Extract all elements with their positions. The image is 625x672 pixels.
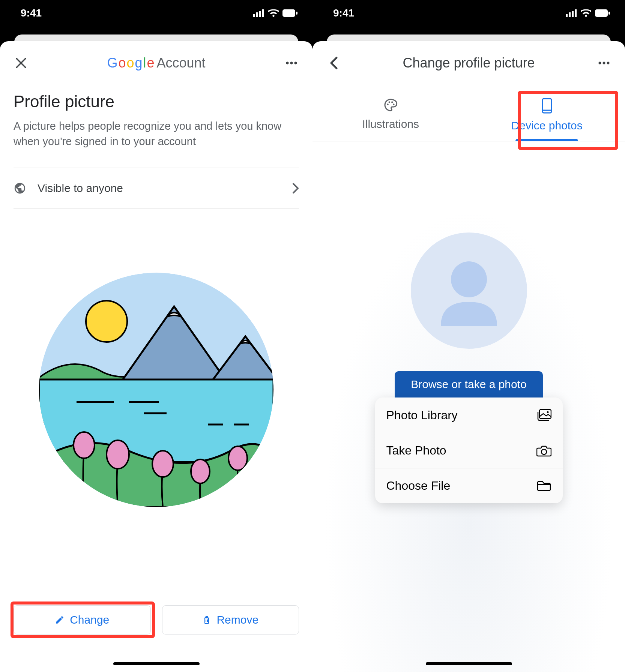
chevron-left-icon bbox=[329, 57, 338, 69]
svg-point-22 bbox=[228, 446, 247, 470]
account-label: Account bbox=[157, 55, 206, 71]
main-sheet: Change profile picture Illustrations Dev… bbox=[312, 41, 625, 672]
menu-take-photo-label: Take Photo bbox=[386, 444, 446, 458]
svg-rect-2 bbox=[259, 11, 261, 17]
tab-illustrations-label: Illustrations bbox=[362, 118, 419, 130]
google-logo: Google bbox=[107, 55, 154, 71]
svg-point-34 bbox=[391, 101, 393, 103]
section-title: Profile picture bbox=[14, 92, 299, 111]
page-title: Google Account bbox=[0, 55, 312, 71]
main-sheet: Google Account Profile picture A picture… bbox=[0, 41, 312, 672]
svg-rect-0 bbox=[253, 14, 255, 17]
change-label: Change bbox=[70, 614, 109, 626]
svg-point-18 bbox=[74, 432, 95, 458]
close-button[interactable] bbox=[14, 56, 29, 70]
more-button[interactable] bbox=[596, 56, 611, 70]
trash-icon bbox=[202, 615, 211, 625]
more-button[interactable] bbox=[284, 56, 299, 70]
svg-point-19 bbox=[107, 440, 129, 469]
svg-point-8 bbox=[294, 62, 297, 64]
menu-photo-library-label: Photo Library bbox=[386, 408, 458, 422]
svg-rect-39 bbox=[539, 410, 551, 418]
svg-rect-1 bbox=[256, 12, 258, 17]
battery-icon bbox=[595, 9, 610, 17]
palette-icon bbox=[383, 98, 398, 112]
tab-device-photos[interactable]: Device photos bbox=[469, 89, 625, 141]
svg-rect-28 bbox=[608, 12, 610, 15]
more-horizontal-icon bbox=[286, 62, 297, 64]
svg-point-6 bbox=[286, 62, 289, 64]
wifi-icon bbox=[268, 9, 279, 17]
more-horizontal-icon bbox=[598, 62, 610, 64]
home-indicator[interactable] bbox=[426, 662, 512, 665]
photo-library-icon bbox=[536, 409, 551, 421]
folder-icon bbox=[536, 480, 551, 492]
remove-button[interactable]: Remove bbox=[162, 605, 299, 634]
chevron-right-icon bbox=[292, 183, 299, 194]
status-time: 9:41 bbox=[333, 7, 354, 19]
svg-point-41 bbox=[541, 449, 547, 454]
wifi-icon bbox=[581, 9, 591, 17]
status-time: 9:41 bbox=[21, 7, 42, 19]
svg-point-7 bbox=[290, 62, 293, 64]
avatar-placeholder bbox=[411, 232, 527, 349]
nav-bar: Change profile picture bbox=[312, 52, 625, 74]
pencil-icon bbox=[55, 615, 65, 625]
status-bar: 9:41 bbox=[0, 0, 312, 26]
svg-rect-24 bbox=[569, 12, 571, 17]
svg-point-20 bbox=[152, 451, 173, 477]
cellular-icon bbox=[566, 9, 577, 17]
globe-icon bbox=[14, 182, 26, 195]
status-bar: 9:41 bbox=[312, 0, 625, 26]
svg-rect-4 bbox=[282, 9, 295, 17]
svg-point-33 bbox=[389, 101, 390, 103]
home-indicator[interactable] bbox=[113, 662, 200, 665]
phone-icon bbox=[541, 98, 553, 114]
svg-point-40 bbox=[547, 411, 548, 413]
tab-illustrations[interactable]: Illustrations bbox=[312, 89, 469, 141]
camera-icon bbox=[536, 445, 551, 457]
title-label: Change profile picture bbox=[403, 55, 535, 71]
svg-rect-27 bbox=[595, 9, 608, 17]
svg-rect-5 bbox=[296, 12, 297, 15]
svg-point-29 bbox=[599, 62, 601, 64]
back-button[interactable] bbox=[326, 56, 341, 70]
avatar-illustration bbox=[39, 273, 273, 507]
screen-change-profile-picture: 9:41 Change profile picture Illustration… bbox=[312, 0, 625, 672]
visibility-label: Visible to anyone bbox=[38, 182, 281, 195]
tabs: Illustrations Device photos bbox=[312, 89, 625, 141]
visibility-row[interactable]: Visible to anyone bbox=[14, 168, 299, 209]
person-icon bbox=[430, 251, 508, 330]
profile-picture-preview bbox=[0, 273, 312, 507]
menu-choose-file-label: Choose File bbox=[386, 479, 451, 493]
menu-take-photo[interactable]: Take Photo bbox=[375, 433, 563, 468]
page-title: Change profile picture bbox=[312, 55, 625, 71]
battery-icon bbox=[282, 9, 297, 17]
helper-text: A picture helps people recognize you and… bbox=[14, 118, 299, 149]
button-row: Change Remove bbox=[14, 605, 299, 634]
device-photos-area: Browse or take a photo Photo Library Tak… bbox=[312, 184, 625, 672]
remove-label: Remove bbox=[216, 614, 258, 626]
svg-rect-3 bbox=[262, 9, 264, 17]
cellular-icon bbox=[253, 9, 264, 17]
browse-label: Browse or take a photo bbox=[411, 378, 527, 391]
svg-point-32 bbox=[387, 104, 389, 105]
svg-rect-25 bbox=[572, 11, 574, 17]
menu-choose-file[interactable]: Choose File bbox=[375, 468, 563, 503]
tab-device-photos-label: Device photos bbox=[511, 119, 583, 132]
menu-photo-library[interactable]: Photo Library bbox=[375, 398, 563, 433]
nav-bar: Google Account bbox=[0, 52, 312, 74]
screen-profile-picture: 9:41 Google Account Profile picture bbox=[0, 0, 312, 672]
status-indicators bbox=[566, 9, 610, 17]
svg-point-30 bbox=[603, 62, 605, 64]
svg-rect-26 bbox=[575, 9, 577, 17]
svg-point-35 bbox=[393, 104, 394, 105]
svg-rect-23 bbox=[566, 14, 568, 17]
change-button[interactable]: Change bbox=[14, 605, 151, 634]
svg-point-11 bbox=[86, 301, 127, 342]
browse-button[interactable]: Browse or take a photo bbox=[395, 371, 543, 398]
content-area: Profile picture A picture helps people r… bbox=[0, 74, 312, 209]
svg-point-38 bbox=[451, 261, 487, 297]
status-indicators bbox=[253, 9, 297, 17]
photo-source-menu: Photo Library Take Photo Choose File bbox=[375, 398, 563, 503]
